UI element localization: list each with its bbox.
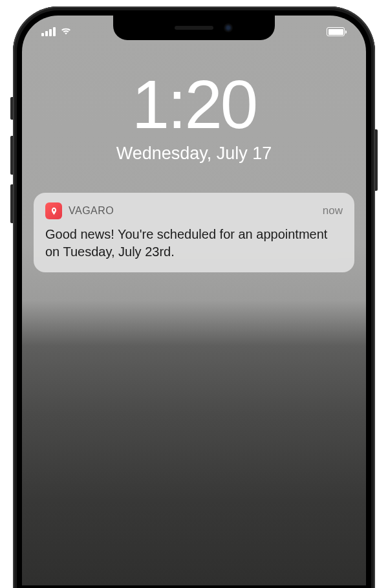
mute-switch bbox=[10, 97, 13, 120]
speaker-grille bbox=[175, 26, 213, 30]
status-bar-left bbox=[41, 26, 72, 38]
front-camera bbox=[224, 23, 233, 32]
phone-device-frame: 1:20 Wednesday, July 17 VAGARO now Good … bbox=[13, 6, 375, 588]
status-bar-right bbox=[327, 27, 347, 36]
battery-icon bbox=[327, 27, 347, 36]
power-button bbox=[375, 129, 378, 191]
notification-timestamp: now bbox=[323, 204, 343, 217]
wifi-icon bbox=[59, 26, 72, 38]
phone-side-buttons-right bbox=[375, 129, 378, 191]
phone-notch bbox=[113, 16, 275, 40]
notification-card[interactable]: VAGARO now Good news! You're scheduled f… bbox=[34, 193, 354, 272]
notification-app-name: VAGARO bbox=[69, 205, 114, 217]
cellular-signal-icon bbox=[41, 27, 56, 36]
lock-screen-date: Wednesday, July 17 bbox=[22, 144, 366, 164]
lock-screen-time: 1:20 bbox=[22, 71, 366, 138]
phone-side-buttons-left bbox=[10, 97, 13, 233]
notification-app-info: VAGARO bbox=[45, 202, 114, 219]
notification-header: VAGARO now bbox=[45, 202, 343, 219]
phone-screen[interactable]: 1:20 Wednesday, July 17 VAGARO now Good … bbox=[22, 16, 366, 585]
vagaro-app-icon bbox=[45, 202, 62, 219]
volume-down-button bbox=[10, 184, 13, 223]
notification-message: Good news! You're scheduled for an appoi… bbox=[45, 226, 343, 261]
lock-screen-clock: 1:20 Wednesday, July 17 bbox=[22, 71, 366, 164]
volume-up-button bbox=[10, 136, 13, 175]
